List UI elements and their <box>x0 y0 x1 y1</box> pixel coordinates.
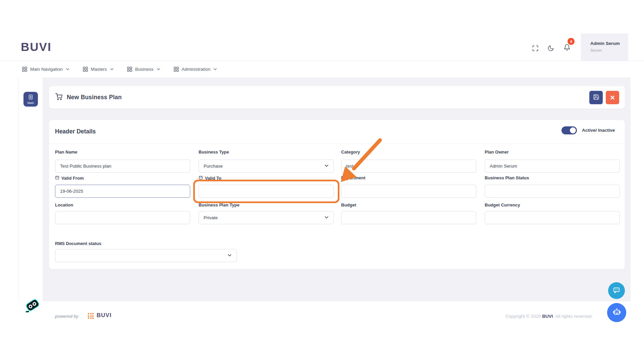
chevron-down-icon <box>66 67 69 71</box>
copyright-text: Copyright © 2020 BUVI. All rights reserv… <box>505 314 593 319</box>
nav-label: Business <box>135 67 154 72</box>
save-icon <box>593 94 599 101</box>
chat-button[interactable] <box>608 282 625 299</box>
sidebar-item-main-label: Main <box>28 101 34 105</box>
user-name: Admin Serum <box>590 41 620 46</box>
chatbot-button[interactable] <box>607 303 626 322</box>
close-icon: ✕ <box>610 94 615 102</box>
user-menu[interactable]: Admin Serum Serum <box>581 34 628 61</box>
calendar-icon <box>199 175 203 181</box>
budget-currency-input[interactable] <box>485 211 620 224</box>
budget-label: Budget <box>341 202 356 207</box>
header-details-card: Header Details Active/ Inactive Plan Nam… <box>49 120 625 269</box>
plan-name-input[interactable] <box>55 160 190 173</box>
page-title-card: New Business Plan ✕ <box>49 86 625 109</box>
plan-owner-input[interactable] <box>485 160 620 173</box>
robot-icon <box>612 307 622 318</box>
cart-icon <box>55 93 62 102</box>
budget-currency-label: Budget Currency <box>485 202 520 207</box>
nav-label: Administration <box>182 67 211 72</box>
business-type-value: Purchase <box>204 164 223 169</box>
plan-name-label: Plan Name <box>55 149 77 155</box>
budget-input[interactable] <box>341 211 476 224</box>
valid-to-input[interactable] <box>199 185 334 198</box>
business-plan-status-label: Business Plan Status <box>485 175 529 180</box>
valid-from-label: Valid From <box>55 175 84 181</box>
location-input[interactable] <box>55 211 190 224</box>
nav-item-administration[interactable]: Administration <box>174 67 217 72</box>
toggle-knob <box>570 127 576 133</box>
rms-document-status-label: RMS Document status <box>55 241 101 246</box>
buvi-footer-brand: BUVI <box>97 312 112 319</box>
chevron-down-icon <box>324 164 329 169</box>
plan-owner-label: Plan Owner <box>485 149 509 155</box>
chevron-down-icon <box>213 67 217 71</box>
active-inactive-toggle[interactable] <box>561 126 577 134</box>
business-plan-type-value: Private <box>204 215 218 220</box>
rms-document-status-select[interactable] <box>55 249 237 262</box>
business-plan-type-label: Business Plan Type <box>199 202 239 207</box>
department-label: Department <box>341 175 365 180</box>
left-sidebar-rail <box>18 77 43 301</box>
nav-label: Main Navigation <box>30 67 63 72</box>
grid-icon <box>83 67 88 72</box>
sidebar-item-main[interactable]: Main <box>23 92 38 107</box>
dark-mode-button[interactable] <box>546 44 555 53</box>
chevron-down-icon <box>227 253 232 258</box>
powered-by-text: powered by <box>55 314 78 319</box>
category-label: Category <box>341 149 360 155</box>
location-label: Location <box>55 202 73 207</box>
copyright-brand: BUVI <box>542 314 553 319</box>
document-icon <box>28 94 34 101</box>
nav-item-business[interactable]: Business <box>127 67 160 72</box>
fullscreen-icon <box>532 45 539 53</box>
grid-icon <box>127 67 132 72</box>
business-plan-type-select[interactable]: Private <box>199 211 334 224</box>
nav-item-masters[interactable]: Masters <box>83 67 114 72</box>
page-title: New Business Plan <box>67 94 122 101</box>
notification-count-badge: 4 <box>568 38 575 45</box>
buvi-footer-logo-icon <box>88 313 94 319</box>
save-button[interactable] <box>589 91 603 104</box>
user-role: Serum <box>590 48 602 52</box>
toggle-label: Active/ Inactive <box>582 128 615 133</box>
moon-icon <box>547 45 554 53</box>
calendar-icon <box>55 175 59 181</box>
section-title: Header Details <box>55 128 96 135</box>
nav-label: Masters <box>91 67 107 72</box>
bell-icon <box>564 44 571 52</box>
grid-icon <box>174 67 179 72</box>
chevron-down-icon <box>324 215 329 221</box>
section-divider <box>49 143 625 144</box>
close-button[interactable]: ✕ <box>606 91 619 104</box>
app-window: BUVI 4 Admin Serum Serum <box>0 0 644 362</box>
business-type-select[interactable]: Purchase <box>199 160 334 173</box>
valid-from-input[interactable] <box>55 185 190 198</box>
chevron-down-icon <box>110 67 114 71</box>
category-input[interactable] <box>341 160 476 173</box>
fullscreen-button[interactable] <box>531 44 540 53</box>
buvi-logo: BUVI <box>21 40 52 54</box>
top-navbar: Main Navigation Masters <box>0 61 644 77</box>
nav-item-main-navigation[interactable]: Main Navigation <box>22 67 69 72</box>
department-input[interactable] <box>341 185 476 198</box>
business-type-label: Business Type <box>199 149 229 155</box>
business-plan-status-input[interactable] <box>485 185 620 198</box>
grid-icon <box>22 67 27 72</box>
chat-bubble-icon <box>612 286 621 295</box>
chevron-down-icon <box>157 67 160 71</box>
valid-to-label: Valid To <box>199 175 221 181</box>
